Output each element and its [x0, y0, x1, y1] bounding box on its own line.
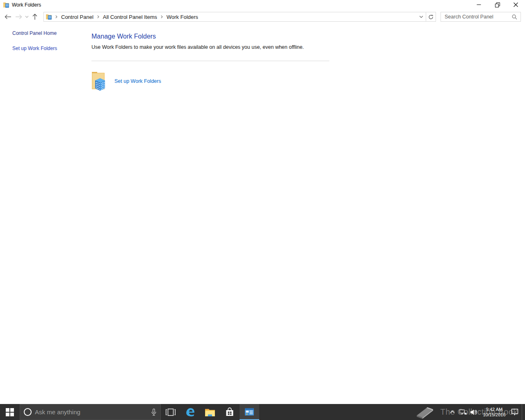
- address-location-icon: [44, 14, 54, 20]
- page-title: Manage Work Folders: [91, 33, 525, 40]
- store-button[interactable]: [220, 404, 240, 420]
- close-icon: [514, 2, 518, 7]
- address-dropdown-button[interactable]: [417, 12, 426, 21]
- breadcrumb-separator: [54, 15, 59, 18]
- search-input[interactable]: [441, 14, 511, 20]
- action-center-icon: [511, 409, 518, 415]
- restore-icon: [495, 2, 500, 7]
- control-panel-taskbar-button[interactable]: [240, 404, 259, 420]
- cortana-icon: [24, 408, 32, 416]
- work-folders-icon: [3, 2, 9, 8]
- work-folders-large-icon: [91, 71, 106, 91]
- windows-logo-icon: [6, 408, 14, 416]
- window-content: Control Panel Home Set up Work Folders M…: [0, 24, 525, 91]
- forward-arrow-icon: [15, 14, 22, 19]
- titlebar: Work Folders: [0, 0, 525, 10]
- file-explorer-button[interactable]: [200, 404, 220, 420]
- navigation-toolbar: Control Panel All Control Panel Items Wo…: [0, 10, 525, 24]
- clock-date: 10/15/2016: [483, 412, 505, 418]
- titlebar-left: Work Folders: [0, 2, 470, 8]
- sidebar: Control Panel Home Set up Work Folders: [0, 24, 91, 91]
- chevron-down-icon: [419, 16, 423, 18]
- minimize-icon: [477, 2, 481, 7]
- chevron-up-icon: [450, 411, 455, 413]
- main-panel: Manage Work Folders Use Work Folders to …: [91, 24, 525, 91]
- section-divider: [91, 61, 329, 61]
- refresh-button[interactable]: [426, 12, 436, 21]
- taskbar: The Collection Book: [0, 404, 525, 420]
- clock[interactable]: 9:42 AM 10/15/2016: [479, 404, 509, 420]
- minimize-button[interactable]: [470, 0, 488, 9]
- network-icon: [459, 409, 467, 415]
- system-tray: The Collection Book: [447, 404, 525, 420]
- breadcrumb-separator: [96, 15, 100, 18]
- breadcrumb-item-work-folders[interactable]: Work Folders: [164, 14, 201, 20]
- refresh-icon: [428, 14, 434, 20]
- back-arrow-icon: [5, 14, 11, 19]
- edge-button[interactable]: [180, 404, 200, 420]
- network-tray-button[interactable]: [458, 404, 468, 420]
- screen: Work Folders: [0, 0, 525, 420]
- taskbar-search[interactable]: [20, 404, 161, 420]
- breadcrumb-item-control-panel[interactable]: Control Panel: [59, 14, 96, 20]
- control-panel-icon: [244, 408, 254, 416]
- store-icon: [225, 407, 235, 417]
- up-button[interactable]: [30, 11, 40, 22]
- forward-button[interactable]: [13, 11, 24, 22]
- address-bar[interactable]: Control Panel All Control Panel Items Wo…: [43, 12, 436, 22]
- action-center-button[interactable]: [509, 404, 520, 420]
- taskbar-search-input[interactable]: [35, 409, 147, 415]
- set-up-work-folders-link[interactable]: Set up Work Folders: [114, 78, 161, 84]
- close-button[interactable]: [507, 0, 525, 9]
- recent-pages-button[interactable]: [24, 11, 30, 22]
- microphone-icon[interactable]: [147, 409, 160, 416]
- breadcrumb-separator: [160, 15, 164, 18]
- restore-button[interactable]: [488, 0, 507, 9]
- work-folders-window: Work Folders: [0, 0, 525, 404]
- search-box: [441, 12, 521, 22]
- breadcrumb-item-all-control-panel-items[interactable]: All Control Panel Items: [100, 14, 160, 20]
- start-button[interactable]: [0, 404, 20, 420]
- back-button[interactable]: [2, 11, 13, 22]
- book-icon: [415, 405, 436, 420]
- setup-task-row: Set up Work Folders: [91, 71, 525, 91]
- page-description: Use Work Folders to make your work files…: [91, 44, 525, 50]
- search-icon[interactable]: [511, 14, 520, 20]
- up-arrow-icon: [32, 14, 37, 20]
- clock-time: 9:42 AM: [486, 407, 502, 412]
- speaker-icon: [470, 409, 477, 415]
- sidebar-item-control-panel-home[interactable]: Control Panel Home: [12, 30, 91, 36]
- task-view-icon: [166, 409, 176, 416]
- chevron-down-icon: [25, 16, 29, 18]
- show-hidden-icons-button[interactable]: [447, 404, 458, 420]
- task-view-button[interactable]: [161, 404, 180, 420]
- window-controls: [470, 0, 525, 10]
- window-title: Work Folders: [12, 2, 41, 8]
- volume-tray-button[interactable]: [468, 404, 479, 420]
- show-desktop-button[interactable]: [522, 404, 525, 420]
- file-explorer-icon: [205, 408, 215, 417]
- edge-icon: [185, 407, 195, 417]
- sidebar-item-set-up-work-folders[interactable]: Set up Work Folders: [12, 46, 91, 51]
